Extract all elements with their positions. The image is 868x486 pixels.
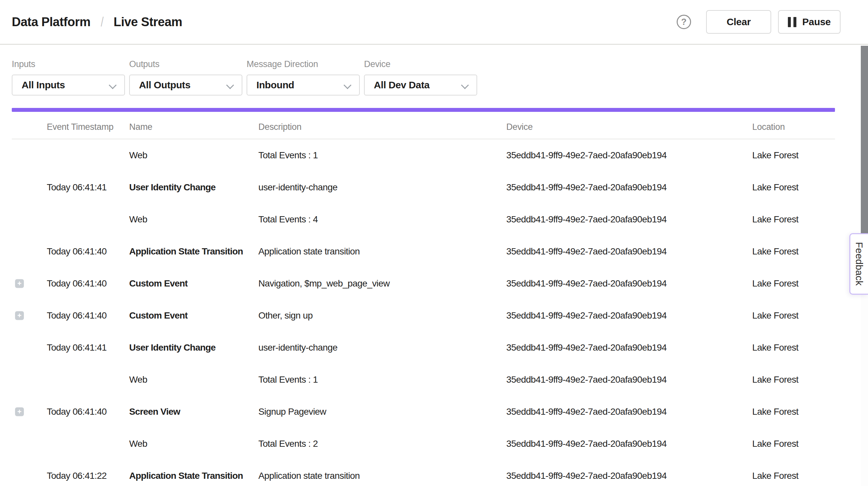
cell-location: Lake Forest bbox=[752, 406, 798, 417]
pause-icon bbox=[788, 17, 796, 27]
cell-event-timestamp: Today 06:41:22 bbox=[47, 470, 106, 481]
cell-name: Web bbox=[129, 150, 147, 160]
live-stream-table: Event Timestamp Name Description Device … bbox=[0, 112, 861, 486]
cell-description: Total Events : 1 bbox=[258, 150, 318, 160]
table-row[interactable]: +Today 06:41:40Custom EventNavigation, $… bbox=[0, 268, 861, 300]
cell-device: 35eddb41-9ff9-49e2-7aed-20afa90eb194 bbox=[506, 374, 666, 385]
cell-location: Lake Forest bbox=[752, 182, 798, 193]
table-row[interactable]: Today 06:41:22Application State Transiti… bbox=[0, 460, 861, 486]
breadcrumb: Data Platform / Live Stream bbox=[12, 15, 182, 29]
outputs-select-value: All Outputs bbox=[139, 80, 190, 91]
table-row[interactable]: +Today 06:41:40Screen ViewSignup Pagevie… bbox=[0, 396, 861, 428]
column-description: Description bbox=[258, 122, 302, 132]
table-body: WebTotal Events : 135eddb41-9ff9-49e2-7a… bbox=[0, 139, 861, 486]
column-location: Location bbox=[752, 122, 785, 132]
filter-outputs: Outputs All Outputs bbox=[129, 45, 242, 95]
help-icon[interactable]: ? bbox=[677, 15, 691, 29]
filter-bar: Inputs All Inputs Outputs All Outputs Me… bbox=[12, 45, 477, 95]
feedback-tab-label: Feedback bbox=[854, 242, 865, 285]
column-device: Device bbox=[506, 122, 533, 132]
cell-device: 35eddb41-9ff9-49e2-7aed-20afa90eb194 bbox=[506, 182, 666, 193]
cell-name: Custom Event bbox=[129, 278, 188, 289]
cell-event-timestamp: Today 06:41:40 bbox=[47, 406, 106, 417]
cell-location: Lake Forest bbox=[752, 470, 798, 481]
clear-button[interactable]: Clear bbox=[706, 10, 771, 34]
cell-description: Application state transition bbox=[258, 246, 360, 257]
scrollbar-thumb[interactable] bbox=[861, 46, 868, 243]
cell-location: Lake Forest bbox=[752, 150, 798, 160]
cell-event-timestamp: Today 06:41:40 bbox=[47, 278, 106, 289]
table-row[interactable]: WebTotal Events : 235eddb41-9ff9-49e2-7a… bbox=[0, 428, 861, 460]
column-name: Name bbox=[129, 122, 152, 132]
accent-divider bbox=[12, 108, 835, 112]
cell-name: Application State Transition bbox=[129, 246, 243, 257]
cell-name: Web bbox=[129, 438, 147, 449]
inputs-select[interactable]: All Inputs bbox=[12, 74, 125, 95]
breadcrumb-live-stream: Live Stream bbox=[114, 15, 182, 29]
pause-button[interactable]: Pause bbox=[778, 10, 840, 34]
cell-location: Lake Forest bbox=[752, 374, 798, 385]
cell-description: Total Events : 4 bbox=[258, 214, 318, 225]
cell-device: 35eddb41-9ff9-49e2-7aed-20afa90eb194 bbox=[506, 470, 666, 481]
expand-plus-icon[interactable]: + bbox=[15, 407, 24, 416]
expand-plus-icon[interactable]: + bbox=[15, 311, 24, 320]
filter-label: Message Direction bbox=[247, 59, 360, 69]
cell-name: Application State Transition bbox=[129, 470, 243, 481]
cell-description: Total Events : 2 bbox=[258, 438, 318, 449]
cell-name: User Identity Change bbox=[129, 342, 216, 353]
table-row[interactable]: Today 06:41:41User Identity Changeuser-i… bbox=[0, 332, 861, 364]
filter-label: Device bbox=[364, 59, 477, 69]
page-header: Data Platform / Live Stream ? Clear Paus… bbox=[0, 0, 868, 45]
cell-location: Lake Forest bbox=[752, 342, 798, 353]
table-row[interactable]: Today 06:41:41User Identity Changeuser-i… bbox=[0, 171, 861, 204]
cell-device: 35eddb41-9ff9-49e2-7aed-20afa90eb194 bbox=[506, 246, 666, 257]
cell-description: Signup Pageview bbox=[258, 406, 326, 417]
filter-device: Device All Dev Data bbox=[364, 45, 477, 95]
cell-name: Web bbox=[129, 374, 147, 385]
cell-device: 35eddb41-9ff9-49e2-7aed-20afa90eb194 bbox=[506, 214, 666, 225]
cell-name: Screen View bbox=[129, 406, 180, 417]
feedback-tab[interactable]: Feedback bbox=[849, 233, 868, 295]
cell-device: 35eddb41-9ff9-49e2-7aed-20afa90eb194 bbox=[506, 278, 666, 289]
filter-label: Outputs bbox=[129, 59, 242, 69]
breadcrumb-separator: / bbox=[101, 15, 104, 29]
message-direction-select-value: Inbound bbox=[256, 80, 294, 91]
cell-location: Lake Forest bbox=[752, 438, 798, 449]
pause-button-label: Pause bbox=[802, 17, 831, 28]
cell-location: Lake Forest bbox=[752, 310, 798, 321]
device-select[interactable]: All Dev Data bbox=[364, 74, 477, 95]
cell-location: Lake Forest bbox=[752, 278, 798, 289]
column-event-timestamp: Event Timestamp bbox=[47, 122, 114, 132]
cell-event-timestamp: Today 06:41:40 bbox=[47, 310, 106, 321]
chevron-down-icon bbox=[110, 82, 117, 88]
chevron-down-icon bbox=[462, 82, 469, 88]
cell-device: 35eddb41-9ff9-49e2-7aed-20afa90eb194 bbox=[506, 438, 666, 449]
cell-location: Lake Forest bbox=[752, 214, 798, 225]
cell-event-timestamp: Today 06:41:41 bbox=[47, 182, 106, 193]
expand-plus-icon[interactable]: + bbox=[15, 279, 24, 288]
message-direction-select[interactable]: Inbound bbox=[247, 74, 360, 95]
table-row[interactable]: WebTotal Events : 135eddb41-9ff9-49e2-7a… bbox=[0, 139, 861, 171]
cell-device: 35eddb41-9ff9-49e2-7aed-20afa90eb194 bbox=[506, 150, 666, 160]
cell-description: user-identity-change bbox=[258, 182, 338, 193]
outputs-select[interactable]: All Outputs bbox=[129, 74, 242, 95]
cell-device: 35eddb41-9ff9-49e2-7aed-20afa90eb194 bbox=[506, 406, 666, 417]
breadcrumb-data-platform[interactable]: Data Platform bbox=[12, 15, 91, 29]
cell-description: Other, sign up bbox=[258, 310, 313, 321]
cell-name: User Identity Change bbox=[129, 182, 216, 193]
device-select-value: All Dev Data bbox=[374, 80, 429, 91]
inputs-select-value: All Inputs bbox=[22, 80, 65, 91]
table-header: Event Timestamp Name Description Device … bbox=[0, 112, 861, 139]
cell-description: user-identity-change bbox=[258, 342, 338, 353]
table-row[interactable]: +Today 06:41:40Custom EventOther, sign u… bbox=[0, 300, 861, 332]
cell-event-timestamp: Today 06:41:40 bbox=[47, 246, 106, 257]
table-row[interactable]: WebTotal Events : 435eddb41-9ff9-49e2-7a… bbox=[0, 204, 861, 236]
header-actions: ? Clear Pause bbox=[677, 10, 840, 34]
filter-message-direction: Message Direction Inbound bbox=[247, 45, 360, 95]
chevron-down-icon bbox=[345, 82, 351, 88]
cell-description: Application state transition bbox=[258, 470, 360, 481]
cell-description: Navigation, $mp_web_page_view bbox=[258, 278, 390, 289]
table-row[interactable]: WebTotal Events : 135eddb41-9ff9-49e2-7a… bbox=[0, 364, 861, 396]
cell-event-timestamp: Today 06:41:41 bbox=[47, 342, 106, 353]
table-row[interactable]: Today 06:41:40Application State Transiti… bbox=[0, 236, 861, 268]
